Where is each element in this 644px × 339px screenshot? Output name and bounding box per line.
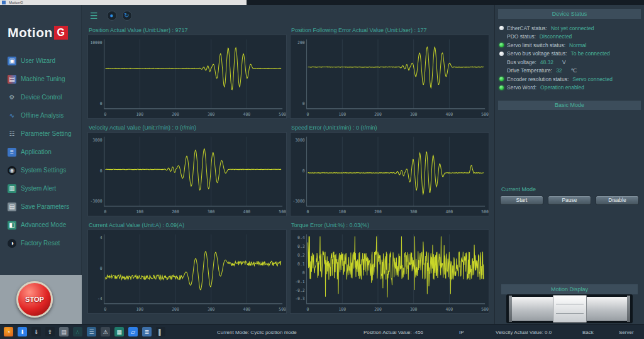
status-label: Servo Word: xyxy=(507,84,536,91)
chart-3: Speed Error (Unit:r/min) : 0 (r/min)3000… xyxy=(290,124,489,216)
sidebar-item-parameter-setting[interactable]: ☷Parameter Setting xyxy=(0,125,81,143)
svg-text:0.2: 0.2 xyxy=(297,253,305,258)
svg-text:500: 500 xyxy=(279,209,286,214)
sidebar-item-system-settings[interactable]: ◉System Settings xyxy=(0,161,81,179)
app-list-icon: ≡ xyxy=(8,148,16,157)
sidebar-item-label: Parameter Setting xyxy=(21,130,72,137)
sidebar-item-user-wizard[interactable]: ▣User Wizard xyxy=(0,52,81,70)
svg-text:0.1: 0.1 xyxy=(297,262,305,267)
sliders-icon: ☷ xyxy=(8,130,16,138)
svg-text:400: 400 xyxy=(243,111,251,116)
sidebar-item-factory-reset[interactable]: ◑Factory Reset xyxy=(0,234,81,252)
svg-text:100: 100 xyxy=(136,306,144,311)
upload-icon[interactable]: ⇪ xyxy=(45,327,55,336)
sidebar: Motion G ▣User Wizard▤Machine Tuning⚙Dev… xyxy=(0,5,82,324)
svg-text:0: 0 xyxy=(104,209,107,214)
status-led-white xyxy=(499,52,504,56)
svg-text:400: 400 xyxy=(243,209,251,214)
sidebar-item-machine-tuning[interactable]: ▤Machine Tuning xyxy=(0,70,81,88)
svg-text:200: 200 xyxy=(172,111,179,116)
chart-title: Torque Error (Unit:%) : 0.03(%) xyxy=(290,221,489,230)
pause-button[interactable]: Pause xyxy=(548,196,591,205)
actuator-carriage xyxy=(553,295,587,323)
svg-text:0.3: 0.3 xyxy=(297,244,305,249)
svg-text:0: 0 xyxy=(104,306,107,311)
svg-text:400: 400 xyxy=(446,306,453,311)
system-icon: ◉ xyxy=(8,166,16,175)
file-icon[interactable]: ▤ xyxy=(59,327,69,336)
svg-text:-0.2: -0.2 xyxy=(295,287,304,292)
refresh-icon[interactable]: ↻ xyxy=(122,11,132,21)
status-row: Servo Word:Operation enabled xyxy=(499,84,640,92)
status-value: Servo connected xyxy=(572,76,613,82)
chart-icon[interactable]: ▌ xyxy=(156,327,165,336)
save-icon: ▤ xyxy=(8,203,16,211)
sidebar-item-offline-analysis[interactable]: ∿Offline Analysis xyxy=(0,106,81,125)
svg-text:300: 300 xyxy=(410,209,418,214)
chart-5: Torque Error (Unit:%) : 0.03(%)0.40.30.2… xyxy=(290,221,489,314)
sidebar-item-label: User Wizard xyxy=(21,57,55,64)
sidebar-item-application[interactable]: ≡Application xyxy=(0,143,81,161)
status-label: Encoder resolution status: xyxy=(507,76,569,82)
svg-text:400: 400 xyxy=(243,306,251,311)
device-status-header: Device Status xyxy=(498,9,641,19)
sidebar-item-device-control[interactable]: ⚙Device Control xyxy=(0,88,81,106)
svg-text:-0.1: -0.1 xyxy=(295,279,304,284)
basic-mode-button[interactable]: Basic Mode xyxy=(498,101,641,110)
folder-icon[interactable]: ▱ xyxy=(128,327,138,336)
svg-text:500: 500 xyxy=(279,306,286,311)
emergency-stop-button[interactable]: STOP xyxy=(16,281,53,318)
globe-icon[interactable]: ⬇ xyxy=(18,327,27,336)
back-text: Back xyxy=(582,330,594,335)
app-logo: Motion G xyxy=(8,25,81,40)
sidebar-item-save-parameters[interactable]: ▤Save Parameters xyxy=(0,197,81,216)
svg-text:0: 0 xyxy=(100,101,103,106)
start-button[interactable]: Start xyxy=(500,196,543,205)
chart-4: Current Actual Value (Unit:A) : 0.09(A)4… xyxy=(87,221,287,314)
actuator-endcap-right xyxy=(627,296,630,322)
sidebar-nav: ▣User Wizard▤Machine Tuning⚙Device Contr… xyxy=(0,52,81,252)
download-icon[interactable]: ⇓ xyxy=(31,327,41,336)
svg-text:500: 500 xyxy=(481,111,489,116)
disable-button[interactable]: Disable xyxy=(596,196,639,205)
position-actual-text: Position Actual Value: -456 xyxy=(364,330,423,335)
svg-text:400: 400 xyxy=(446,209,453,214)
svg-text:0: 0 xyxy=(307,111,309,116)
svg-text:300: 300 xyxy=(208,306,215,311)
svg-text:300: 300 xyxy=(410,306,418,311)
svg-text:0: 0 xyxy=(303,270,305,275)
panel-icon[interactable]: ▦ xyxy=(114,327,124,336)
menu-icon[interactable]: ☰ xyxy=(90,11,98,21)
chart-plot: 0.40.30.20.10-0.1-0.2-0.3010020030040050… xyxy=(290,230,489,314)
warning-icon[interactable]: ⚠ xyxy=(101,327,110,336)
current-mode-label: Current Mode xyxy=(501,186,536,192)
reset-icon: ◑ xyxy=(8,239,16,248)
status-row: PDO status:Disconnected xyxy=(499,33,640,42)
svg-text:-4: -4 xyxy=(97,296,103,301)
svg-text:10000: 10000 xyxy=(90,40,102,45)
list-icon[interactable]: ☰ xyxy=(87,327,96,336)
svg-text:200: 200 xyxy=(172,209,179,214)
sidebar-item-label: Device Control xyxy=(21,94,62,101)
notes-icon[interactable]: ≣ xyxy=(142,327,152,336)
sidebar-item-system-alert[interactable]: ▥System Alert xyxy=(0,179,81,197)
svg-text:0: 0 xyxy=(303,168,305,173)
status-row: Bus voltage:48.32V xyxy=(499,58,640,67)
svg-text:200: 200 xyxy=(297,40,305,45)
scatter-icon[interactable]: ∴ xyxy=(73,327,82,336)
browser-icon[interactable]: ◔ xyxy=(4,327,13,336)
status-label: PDO status: xyxy=(507,33,536,40)
record-icon[interactable]: ● xyxy=(107,11,117,21)
logo-text: Motion xyxy=(8,25,53,40)
sidebar-item-advanced-mode[interactable]: ◧Advanced Mode xyxy=(0,216,81,234)
svg-text:500: 500 xyxy=(481,209,489,214)
right-panel: Device Status EtherCAT status:Not yet co… xyxy=(494,5,644,324)
chart-title: Speed Error (Unit:r/min) : 0 (r/min) xyxy=(290,124,489,132)
svg-text:400: 400 xyxy=(446,111,453,116)
status-value: 32 xyxy=(556,67,562,74)
mode-buttons: StartPauseDisable xyxy=(500,196,639,205)
logo-accent: G xyxy=(54,26,68,40)
taskbar-tray: ◔⬇⇓⇪▤∴☰⚠▦▱≣▌ xyxy=(4,327,165,336)
svg-text:300: 300 xyxy=(208,209,215,214)
status-row: Servo limit switch status:Normal xyxy=(499,41,640,50)
